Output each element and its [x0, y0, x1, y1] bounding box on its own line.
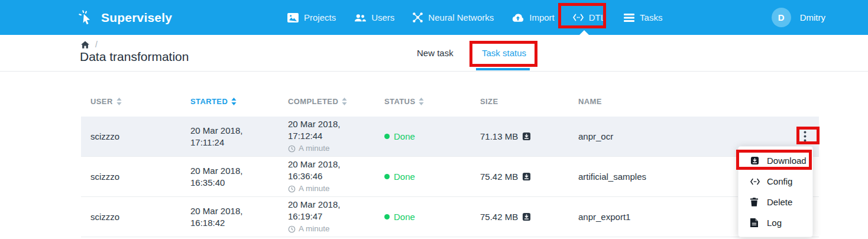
supervisely-logo-icon: [78, 9, 94, 25]
table-row: scizzzo 20 Mar 2018, 16:18:42 20 Mar 201…: [81, 197, 819, 237]
column-header-label: USER: [90, 97, 113, 106]
download-badge-icon[interactable]: [522, 212, 531, 221]
cell-user: scizzzo: [81, 172, 181, 182]
time-line: 16:35:40: [190, 177, 278, 189]
size-label: 75.42 MB: [480, 172, 518, 182]
sort-icon: [342, 98, 347, 105]
status-dot: [384, 174, 390, 179]
context-menu: Download Config Delete Log: [738, 146, 813, 237]
kebab-icon[interactable]: [798, 129, 812, 144]
duration: A minute: [288, 143, 375, 154]
status-dot: [384, 214, 390, 219]
date-line: 20 Mar 2018,: [190, 125, 278, 137]
dtl-icon: [573, 14, 584, 21]
nav-item-label: Neural Networks: [428, 12, 494, 22]
brand[interactable]: Supervisely: [78, 0, 172, 35]
breadcrumb: /: [81, 40, 98, 49]
status-label: Done: [394, 131, 415, 141]
nav-item-label: Tasks: [640, 12, 662, 22]
column-header-size: SIZE: [471, 97, 569, 106]
cell-completed: 20 Mar 2018, 17:12:44 A minute: [278, 118, 375, 154]
column-header-label: NAME: [578, 97, 602, 106]
main-nav: Projects Users Neural Networks Import: [287, 0, 662, 35]
breadcrumb-separator: /: [95, 40, 98, 49]
avatar: D: [772, 8, 791, 27]
status-dot: [384, 134, 390, 139]
menu-item-label: Download: [767, 156, 807, 166]
nav-item-projects[interactable]: Projects: [287, 12, 336, 22]
time-line: 16:18:42: [190, 217, 278, 229]
clock-icon: [288, 225, 296, 233]
menu-item-delete[interactable]: Delete: [739, 192, 812, 212]
column-header-label: STATUS: [384, 97, 415, 106]
nav-item-neural-networks[interactable]: Neural Networks: [413, 12, 494, 22]
projects-icon: [287, 13, 299, 22]
header-divider: [0, 71, 868, 72]
sort-icon: [116, 98, 122, 105]
cell-size: 75.42 MB: [471, 212, 569, 222]
menu-item-label: Delete: [767, 197, 792, 207]
column-header-started[interactable]: STARTED: [181, 97, 278, 106]
cell-started: 20 Mar 2018, 16:35:40: [181, 165, 278, 189]
sort-icon: [419, 98, 424, 105]
page-title: Data transformation: [80, 50, 189, 64]
time-line: 16:36:46: [288, 170, 375, 182]
account-menu[interactable]: D Dmitry: [772, 0, 825, 35]
cell-name: anpr_ocr: [569, 131, 786, 141]
brand-name: Supervisely: [101, 11, 172, 25]
top-navigation-bar: Supervisely Projects Users Neural Networ…: [0, 0, 868, 35]
duration: A minute: [288, 223, 375, 235]
status-label: Done: [394, 212, 415, 222]
cell-completed: 20 Mar 2018, 16:36:46 A minute: [278, 159, 375, 195]
duration-label: A minute: [299, 223, 330, 235]
table-header-row: USER STARTED COMPLETED STATUS SIZE NAME: [81, 86, 819, 117]
cell-status: Done: [375, 131, 471, 141]
column-header-user[interactable]: USER: [81, 97, 181, 106]
size-label: 75.42 MB: [480, 212, 518, 222]
cell-size: 71.13 MB: [471, 131, 569, 141]
active-nav-pointer: [579, 30, 589, 35]
sort-icon: [231, 98, 237, 105]
cell-status: Done: [375, 172, 471, 182]
duration: A minute: [288, 183, 375, 195]
cell-user: scizzzo: [81, 212, 181, 222]
nav-item-label: Projects: [304, 12, 336, 22]
nav-item-users[interactable]: Users: [354, 12, 394, 22]
download-badge-icon[interactable]: [522, 172, 531, 181]
menu-item-config[interactable]: Config: [739, 171, 812, 192]
clock-icon: [288, 145, 296, 153]
tasks-icon: [624, 14, 634, 22]
column-header-label: SIZE: [480, 97, 498, 106]
column-header-completed[interactable]: COMPLETED: [278, 97, 375, 106]
duration-label: A minute: [299, 143, 330, 154]
neural-networks-icon: [413, 12, 423, 22]
menu-item-log[interactable]: Log: [739, 212, 812, 233]
clock-icon: [288, 185, 296, 193]
cell-size: 75.42 MB: [471, 172, 569, 182]
time-line: 17:12:44: [288, 130, 375, 142]
table-row: scizzzo 20 Mar 2018, 17:11:24 20 Mar 201…: [81, 117, 819, 157]
time-line: 16:19:47: [288, 211, 375, 222]
username: Dmitry: [800, 12, 825, 22]
menu-item-label: Log: [767, 218, 782, 228]
tab-new-task[interactable]: New task: [417, 48, 454, 58]
column-header-name: NAME: [569, 97, 786, 106]
download-badge-icon[interactable]: [522, 132, 531, 141]
nav-item-label: Users: [371, 12, 394, 22]
nav-item-tasks[interactable]: Tasks: [624, 12, 662, 22]
nav-item-dtl[interactable]: DTL: [573, 12, 605, 22]
cell-started: 20 Mar 2018, 16:18:42: [181, 205, 278, 229]
size-label: 71.13 MB: [480, 131, 518, 141]
cell-status: Done: [375, 212, 471, 222]
menu-item-download[interactable]: Download: [739, 150, 812, 171]
delete-icon: [750, 198, 760, 206]
nav-item-import[interactable]: Import: [512, 12, 555, 22]
cell-actions: [786, 129, 819, 144]
tasks-table: USER STARTED COMPLETED STATUS SIZE NAME: [81, 86, 819, 237]
column-header-status[interactable]: STATUS: [375, 97, 471, 106]
tab-task-status[interactable]: Task status: [482, 48, 526, 58]
duration-label: A minute: [299, 183, 330, 195]
home-icon[interactable]: [81, 41, 89, 49]
date-line: 20 Mar 2018,: [288, 159, 375, 170]
nav-item-label: Import: [529, 12, 555, 22]
